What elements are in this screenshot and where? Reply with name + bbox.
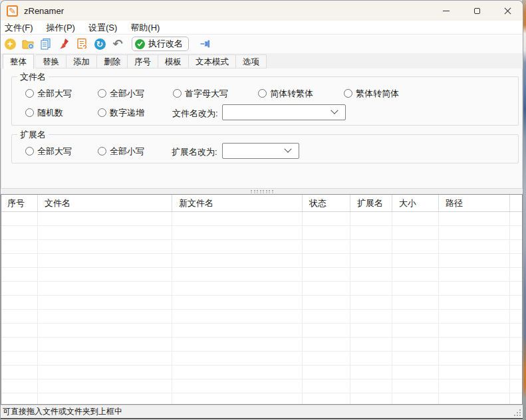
- refresh-icon: ↻: [94, 39, 106, 50]
- column-header-new-filename[interactable]: 新文件名: [172, 195, 303, 211]
- window-title: zRenamer: [24, 6, 64, 16]
- radio-label: 简体转繁体: [270, 88, 313, 100]
- column-header-size[interactable]: 大小: [392, 195, 439, 211]
- execute-rename-button[interactable]: 执行改名: [132, 37, 189, 51]
- add-files-icon: +: [5, 39, 16, 50]
- body-column: [303, 212, 350, 404]
- statusbar: 可直接拖入文件或文件夹到上框中: [1, 405, 523, 419]
- tab-replace[interactable]: 替换: [36, 54, 66, 68]
- undo-icon: ↶: [112, 38, 122, 50]
- extension-groupbox: 扩展名 全部大写 全部小写 扩展名改为:: [11, 134, 519, 163]
- radio-circle-icon: [98, 147, 106, 156]
- radio-random-number[interactable]: 随机数: [25, 108, 63, 118]
- app-window: ✎ zRenamer 文件(F) 操作(P) 设置(S) 帮助(H) +: [0, 0, 523, 420]
- rename-list-button[interactable]: [75, 37, 88, 51]
- radio-traditional-to-simplified[interactable]: 繁体转简体: [344, 88, 399, 98]
- body-column: [439, 212, 510, 404]
- radio-circle-icon: [25, 147, 34, 156]
- tab-delete[interactable]: 删除: [97, 54, 128, 68]
- radio-circle-icon: [258, 89, 267, 98]
- filename-change-label: 文件名改为:: [172, 108, 218, 120]
- add-folder-icon: [21, 37, 35, 51]
- radio-label: 繁体转简体: [356, 88, 399, 100]
- clear-list-button[interactable]: [57, 37, 70, 51]
- execute-rename-label: 执行改名: [148, 38, 183, 50]
- tab-template[interactable]: 模板: [158, 54, 189, 68]
- clear-list-icon: [57, 37, 70, 51]
- menu-operate[interactable]: 操作(P): [40, 21, 82, 35]
- column-header-path[interactable]: 路径: [439, 195, 510, 211]
- extension-group-title: 扩展名: [17, 130, 49, 140]
- maximize-button[interactable]: [461, 1, 492, 21]
- column-header-spacer: [510, 195, 522, 211]
- radio-filename-uppercase[interactable]: 全部大写: [25, 88, 72, 98]
- pin-button[interactable]: [199, 37, 212, 51]
- splitter-handle[interactable]: [1, 189, 523, 194]
- radio-label: 首字母大写: [185, 88, 228, 100]
- file-list-button[interactable]: [39, 37, 53, 51]
- tab-whole[interactable]: 整体: [3, 54, 34, 69]
- radio-circle-icon: [25, 108, 34, 117]
- menu-settings[interactable]: 设置(S): [82, 21, 124, 35]
- radio-circle-icon: [98, 108, 106, 117]
- filename-groupbox: 文件名 全部大写 全部小写 首字母大写 简体转繁体 繁体转简体: [11, 76, 519, 126]
- file-list-icon: [39, 37, 53, 51]
- rename-list-icon: [75, 37, 88, 51]
- pencil-icon: ✎: [9, 7, 16, 15]
- undo-button[interactable]: ↶: [111, 37, 124, 51]
- radio-label: 随机数: [37, 107, 63, 119]
- filename-change-combobox[interactable]: [222, 104, 346, 120]
- radio-extension-lowercase[interactable]: 全部小写: [98, 146, 144, 156]
- radio-label: 全部小写: [110, 88, 144, 100]
- radio-filename-capitalize[interactable]: 首字母大写: [173, 88, 228, 98]
- refresh-button[interactable]: ↻: [93, 37, 106, 51]
- close-button[interactable]: [492, 1, 523, 21]
- add-files-button[interactable]: +: [3, 37, 17, 51]
- column-header-filename[interactable]: 文件名: [38, 195, 172, 211]
- tab-page-whole: 文件名 全部大写 全部小写 首字母大写 简体转繁体 繁体转简体: [1, 68, 523, 189]
- toolbar: +: [1, 35, 523, 53]
- radio-circle-icon: [98, 89, 106, 98]
- pin-icon: [199, 38, 211, 50]
- titlebar: ✎ zRenamer: [1, 1, 523, 21]
- menubar: 文件(F) 操作(P) 设置(S) 帮助(H): [1, 21, 523, 35]
- tab-add[interactable]: 添加: [66, 54, 97, 68]
- radio-circle-icon: [344, 89, 352, 98]
- extension-change-combobox[interactable]: [222, 143, 299, 159]
- radio-filename-lowercase[interactable]: 全部小写: [98, 88, 144, 98]
- chevron-down-icon: [330, 107, 338, 114]
- menu-file[interactable]: 文件(F): [1, 21, 40, 35]
- add-folder-button[interactable]: [21, 37, 35, 51]
- table-body[interactable]: [1, 212, 522, 404]
- radio-extension-uppercase[interactable]: 全部大写: [25, 146, 72, 156]
- table-header: 序号 文件名 新文件名 状态 扩展名 大小 路径: [1, 195, 522, 212]
- radio-circle-icon: [173, 89, 182, 98]
- body-column: [392, 212, 439, 404]
- close-icon: [504, 7, 511, 15]
- app-logo-icon: ✎: [7, 5, 18, 17]
- radio-simplified-to-traditional[interactable]: 简体转繁体: [258, 88, 313, 98]
- column-header-extension[interactable]: 扩展名: [350, 195, 392, 211]
- check-circle-icon: [135, 39, 145, 49]
- body-column: [172, 212, 303, 404]
- minimize-button[interactable]: [431, 1, 461, 21]
- body-column: [510, 212, 522, 404]
- tab-number[interactable]: 序号: [128, 54, 158, 68]
- filename-group-title: 文件名: [17, 72, 49, 82]
- tab-text-mode[interactable]: 文本模式: [189, 54, 236, 68]
- resize-grip-icon[interactable]: [514, 409, 521, 417]
- tab-options[interactable]: 选项: [236, 54, 267, 68]
- minimize-icon: [443, 11, 450, 11]
- chevron-down-icon: [284, 146, 291, 153]
- splitter-dots-icon: [251, 192, 273, 193]
- radio-label: 数字递增: [110, 107, 144, 119]
- radio-number-increment[interactable]: 数字递增: [98, 108, 144, 118]
- column-header-status[interactable]: 状态: [303, 195, 350, 211]
- radio-label: 全部大写: [37, 146, 72, 158]
- column-header-index[interactable]: 序号: [1, 195, 38, 211]
- status-text: 可直接拖入文件或文件夹到上框中: [1, 406, 122, 417]
- body-column: [1, 212, 38, 404]
- menu-help[interactable]: 帮助(H): [124, 21, 166, 35]
- radio-label: 全部小写: [110, 146, 144, 158]
- radio-label: 全部大写: [37, 88, 72, 100]
